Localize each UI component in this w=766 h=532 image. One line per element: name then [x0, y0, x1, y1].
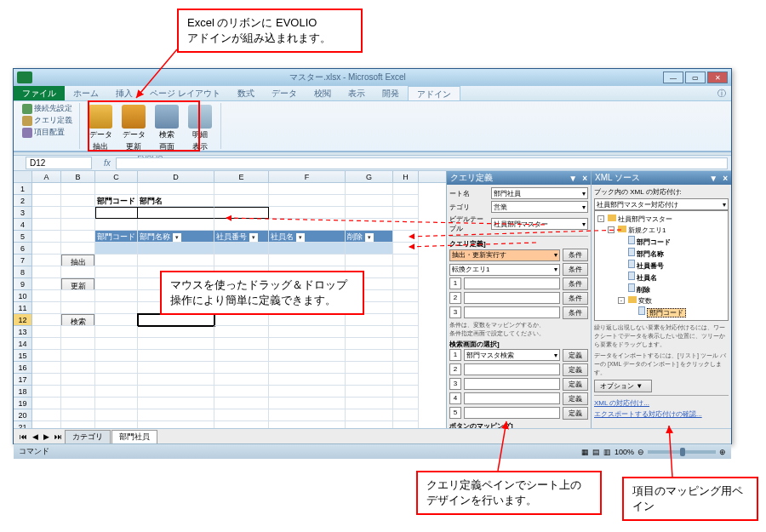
- callout-querypane: クエリ定義ペインでシート上の デザインを行います。: [416, 471, 602, 515]
- annotation-arrows: [0, 0, 766, 532]
- callout-ribbon: Excel のリボンに EVOLIO アドインが組み込まれます。: [177, 9, 363, 53]
- callout-dragdrop: マウスを使ったドラッグ＆ドロップ 操作により簡単に定義できます。: [160, 271, 364, 315]
- callout-mappane: 項目のマッピング用ペイン: [622, 477, 758, 521]
